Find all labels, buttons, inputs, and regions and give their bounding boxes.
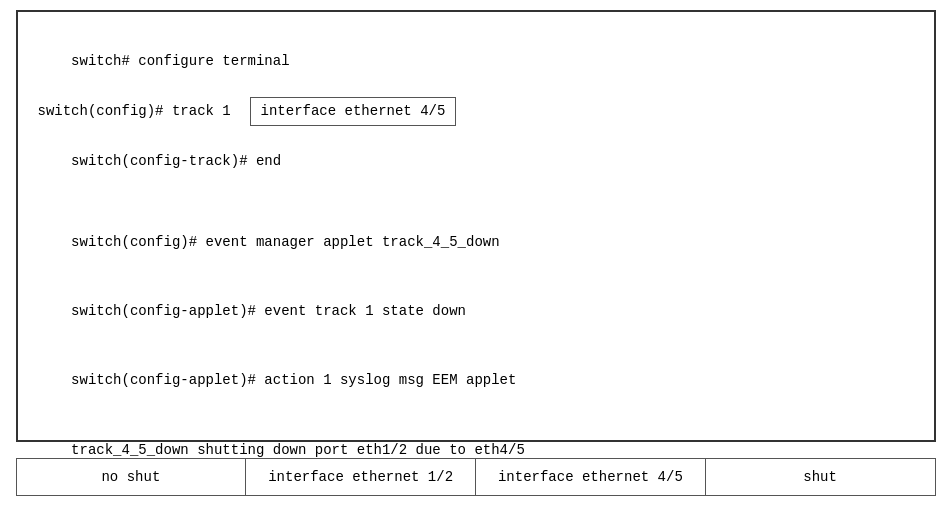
terminal-line-1: switch# configure terminal <box>38 28 914 95</box>
bottom-button-bar: no shut interface ethernet 1/2 interface… <box>16 458 936 496</box>
terminal-window: switch# configure terminal switch(config… <box>16 10 936 442</box>
terminal-line-5: switch(config)# event manager applet tra… <box>38 209 914 276</box>
bottom-btn-interface-1-2[interactable]: interface ethernet 1/2 <box>246 459 476 495</box>
bottom-btn-interface-4-5[interactable]: interface ethernet 4/5 <box>476 459 706 495</box>
inline-box-1: interface ethernet 4/5 <box>250 97 457 125</box>
bottom-btn-no-shut[interactable]: no shut <box>17 459 247 495</box>
bottom-btn-shut[interactable]: shut <box>706 459 935 495</box>
terminal-line-2: switch(config)# track 1 interface ethern… <box>38 97 914 125</box>
spacer-1 <box>38 197 914 209</box>
terminal-line-7: switch(config-applet)# action 1 syslog m… <box>38 347 914 414</box>
terminal-line-6: switch(config-applet)# event track 1 sta… <box>38 278 914 345</box>
terminal-line-3: switch(config-track)# end <box>38 128 914 195</box>
